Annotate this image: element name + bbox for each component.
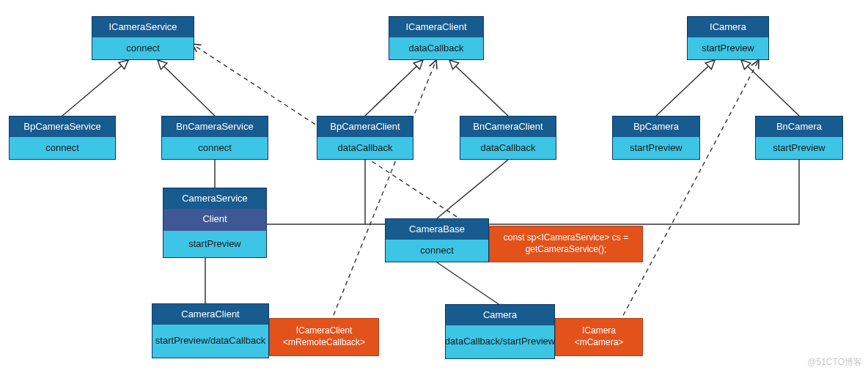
svg-line-3	[449, 60, 508, 116]
box-body: dataCallback	[460, 137, 556, 159]
svg-line-11	[437, 262, 499, 304]
svg-line-4	[656, 60, 715, 116]
box-body: connect	[386, 240, 488, 262]
box-title: BnCamera	[756, 117, 842, 137]
box-title: BpCameraService	[10, 117, 115, 137]
box-title: BpCamera	[613, 117, 699, 137]
box-body: connect	[162, 137, 268, 159]
box-body: dataCallback	[317, 137, 413, 159]
box-camerabase: CameraBase connect	[385, 218, 489, 262]
box-cameraservice: CameraService Client startPreview	[163, 188, 267, 258]
svg-line-5	[741, 60, 799, 116]
box-icameraclient: ICameraClient dataCallback	[389, 16, 484, 60]
box-inner-client: Client	[163, 209, 266, 231]
box-title: BnCameraService	[162, 117, 268, 137]
box-body: connect	[92, 37, 194, 59]
box-bpcameraclient: BpCameraClient dataCallback	[317, 116, 413, 160]
box-bncameraservice: BnCameraService connect	[161, 116, 268, 160]
note-camera: ICamera <mCamera>	[555, 318, 643, 356]
box-title: CameraBase	[386, 219, 488, 240]
note-cameraclient: ICameraClient <mRemoteCallback>	[269, 318, 379, 356]
box-bpcameraservice: BpCameraService connect	[9, 116, 116, 160]
box-icamera: ICamera startPreview	[687, 16, 769, 60]
box-bpcamera: BpCamera startPreview	[612, 116, 700, 160]
svg-line-15	[619, 60, 759, 322]
box-body: dataCallback/startPreview	[446, 325, 554, 358]
box-body: startPreview	[613, 137, 699, 159]
svg-line-2	[365, 60, 423, 116]
note-camerabase: const sp<ICameraService> cs = getCameraS…	[489, 226, 643, 262]
box-camera: Camera dataCallback/startPreview	[445, 304, 555, 359]
box-title: BnCameraClient	[460, 117, 556, 137]
box-body: startPreview	[756, 137, 842, 159]
box-title: ICameraService	[92, 17, 194, 37]
box-bncameraclient: BnCameraClient dataCallback	[460, 116, 556, 160]
svg-line-14	[334, 60, 436, 315]
box-title: CameraClient	[152, 304, 268, 325]
box-cameraclient: CameraClient startPreview/dataCallback	[152, 303, 269, 358]
box-title: Camera	[446, 305, 554, 325]
box-body: startPreview/dataCallback	[152, 325, 268, 358]
box-title: CameraService	[163, 188, 266, 209]
svg-line-8	[437, 160, 508, 218]
box-title: ICamera	[688, 17, 768, 37]
box-icameraservice: ICameraService connect	[92, 16, 194, 60]
watermark: @51CTO博客	[807, 356, 862, 369]
svg-line-10	[437, 262, 508, 304]
diagram-canvas: ICameraService connect ICameraClient dat…	[0, 0, 868, 373]
svg-line-0	[62, 60, 128, 116]
box-body: startPreview	[688, 37, 768, 59]
box-bncamera: BnCamera startPreview	[755, 116, 843, 160]
box-body: connect	[10, 137, 115, 159]
box-body: dataCallback	[389, 37, 483, 59]
box-title: BpCameraClient	[317, 117, 413, 137]
box-body: startPreview	[163, 231, 266, 257]
box-title: ICameraClient	[389, 17, 483, 37]
svg-line-1	[158, 60, 215, 116]
